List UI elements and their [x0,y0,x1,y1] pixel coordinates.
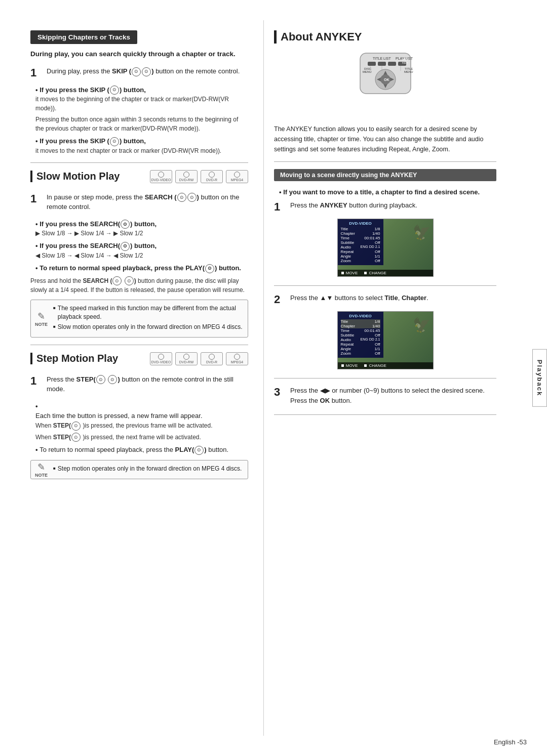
step-prev-icon: ⊙ [96,375,105,384]
svg-text:MENU: MENU [404,70,413,73]
screen2-birds: 🦅 [413,317,431,333]
skip-bullet1: If you press the SKIP (⊙) button, it mov… [30,85,248,134]
step-step1-content: Press the STEP(⊙ ⊙) button on the remote… [47,374,248,396]
screen2-row-repeat: RepeatOff [341,342,380,347]
screen2-row-time: Time00:01:45 [341,328,380,333]
step-note-icon: ✎ NOTE [35,461,48,478]
step-bullet1-text2: When STEP(⊙ )is pressed, the previous fr… [35,421,248,431]
moving-step2-content: Press the ▲▼ buttons to select Title, Ch… [290,293,496,305]
divider2 [30,345,248,345]
slow-step1-content: In pause or step mode, press the SEARCH … [47,192,248,214]
screen2-row-angle: Angle1/1 [341,347,380,351]
step-bullet2-text: To return to normal speed playback, pres… [40,446,228,453]
step-play-icon: ⊙ [194,446,204,455]
step-motion-title: Step Motion Play [30,353,118,364]
moving-step1: 1 Press the ANYKEY button during playbac… [274,200,496,214]
moving-section: Moving to a scene directly using the ANY… [274,169,496,415]
search-icon1: ⊙ [177,193,186,202]
skip-bullet2: If you press the SKIP (⊙) button, it mov… [30,136,248,155]
slow-bullet1: If you press the SEARCH(⊙) button, ▶ Slo… [30,219,248,238]
dvd-screen1-container: DVD-VIDEO Title1/8 Chapter1/40 Time00:01… [274,219,496,278]
moving-step3-number: 3 [274,386,285,399]
skip-prev-icon: ⊙ [132,67,141,76]
step-disc-dvd-r: DVD-R [201,352,223,365]
skip-next-icon: ⊙ [142,67,151,76]
slow-bullet2-title: If you press the SEARCH(⊙) button, [40,242,157,249]
search-rev-icon: ⊙ [121,242,130,251]
moving-step3-text: Press the ◀▶ or number (0~9) buttons to … [290,386,496,405]
screen2-nav: ⏹ MOVE ⏹ CHANGE [338,362,433,369]
disc-dvd-rw: DVD-RW [175,170,198,183]
svg-rect-3 [368,62,376,66]
search-icon2: ⊙ [187,193,197,202]
divider-right1 [274,161,496,162]
step-note-box: ✎ NOTE Step motion operates only in the … [30,460,248,479]
screen1-row-angle: Angle1/1 [341,254,380,259]
moving-step2-text: Press the ▲▼ buttons to select Title, Ch… [290,293,496,303]
slow-motion-section: Slow Motion Play DVD-VIDEO DVD-RW DVD-R … [30,170,248,338]
dvd-screen2-container: DVD-VIDEO Title1/8 Chapter1/40 Time00:01… [274,311,496,371]
language-label: English [494,738,516,746]
screen1-overlay: DVD-VIDEO Title1/8 Chapter1/40 Time00:01… [338,219,383,265]
svg-text:TITLE LIST: TITLE LIST [373,57,392,60]
step-note-item-1: Step motion operates only in the forward… [53,465,243,473]
note-item-1: The speed marked in this function may be… [53,304,243,321]
moving-step2-number: 2 [274,293,285,306]
divider-right3 [274,378,496,379]
anykey-title: About ANYKEY [274,30,496,44]
playback-tab: Playback [532,349,547,407]
screen1-row-title: Title1/8 [341,227,380,231]
screen1-row-chapter: Chapter1/40 [341,231,380,236]
screen1-row-audio: AudioENG DD 2.1 [341,245,380,249]
slow-note-box: ✎ NOTE The speed marked in this function… [30,300,248,337]
moving-step1-number: 1 [274,200,285,214]
skipping-section: Skipping Chapters or Tracks During play,… [30,30,248,155]
page-number: 53 [520,738,527,746]
slow-bullet2-text: ◀ Slow 1/8 → ◀ Slow 1/4 → ◀ Slow 1/2 [35,251,248,260]
screen2-row-subtitle: SubtitleOff [341,333,380,338]
screen1-nav-change: ⏹ CHANGE [364,271,386,275]
screen2-row-title: Title1/8 [341,319,380,324]
screen1-row-zoom: ZoomOff [341,259,380,263]
step-b1-icon: ⊙ [71,422,81,431]
search-fwd-icon: ⊙ [121,220,130,229]
skip-bullet1-title: If you press the SKIP (⊙) button, [40,86,146,94]
screen2-nav-change: ⏹ CHANGE [364,363,386,368]
moving-step1-text: Press the ANYKEY button during playback. [290,200,496,211]
skipping-header: Skipping Chapters or Tracks [30,30,137,44]
skip-bullet2-title: If you press the SKIP (⊙) button, [40,137,146,145]
screen2-nav-move: ⏹ MOVE [341,363,358,368]
skip-bullet1-text2: Pressing the button once again within 3 … [35,115,248,133]
search-hold-icon1: ⊙ [112,276,122,285]
step-b2-suffix: )is pressed, the next frame will be acti… [83,434,201,441]
note-label: NOTE [35,322,48,327]
svg-rect-5 [388,62,396,66]
remote-image-container: TITLE LIST PLAY LIST ANY KEY [274,51,496,118]
step-bullet1-text3: When STEP(⊙ )is pressed, the next frame … [35,433,248,442]
moving-step2: 2 Press the ▲▼ buttons to select Title, … [274,293,496,306]
moving-step3: 3 Press the ◀▶ or number (0~9) buttons t… [274,386,496,407]
screen1-nav: ⏹ MOVE ⏹ CHANGE [338,270,433,276]
skip-prev-btn-icon: ⊙ [110,86,119,95]
disc-icons-slow: DVD-VIDEO DVD-RW DVD-R MPEG4 [150,170,248,183]
step1-text: During play, press the SKIP (⊙⊙) button … [47,66,248,76]
slow-bullet2: If you press the SEARCH(⊙) button, ◀ Slo… [30,241,248,260]
skipping-step1: 1 During play, press the SKIP (⊙⊙) butto… [30,66,248,79]
step-bullet1: Each time the button is pressed, a new f… [30,401,248,442]
svg-text:OK: OK [384,78,389,81]
slow-bullet1-text: ▶ Slow 1/8 → ▶ Slow 1/4 → ▶ Slow 1/2 [35,229,248,238]
disc-mpeg4: MPEG4 [226,170,248,183]
remote-svg: TITLE LIST PLAY LIST ANY KEY [330,51,441,116]
divider1 [30,162,248,163]
slow-step1: 1 In pause or step mode, press the SEARC… [30,192,248,214]
step-note-label: NOTE [35,473,48,478]
screen1-row-subtitle: SubtitleOff [341,240,380,245]
step-b2-icon: ⊙ [71,433,81,442]
screen1-row-repeat: RepeatOff [341,249,380,254]
screen1-row-time: Time00:01:45 [341,236,380,240]
slow-bullet3: To return to normal speed playback, pres… [30,263,248,273]
step-step1: 1 Press the STEP(⊙ ⊙) button on the remo… [30,374,248,396]
slow-step1-text: In pause or step mode, press the SEARCH … [47,192,248,212]
divider-right4 [274,414,496,415]
play-icon: ⊙ [205,264,214,273]
